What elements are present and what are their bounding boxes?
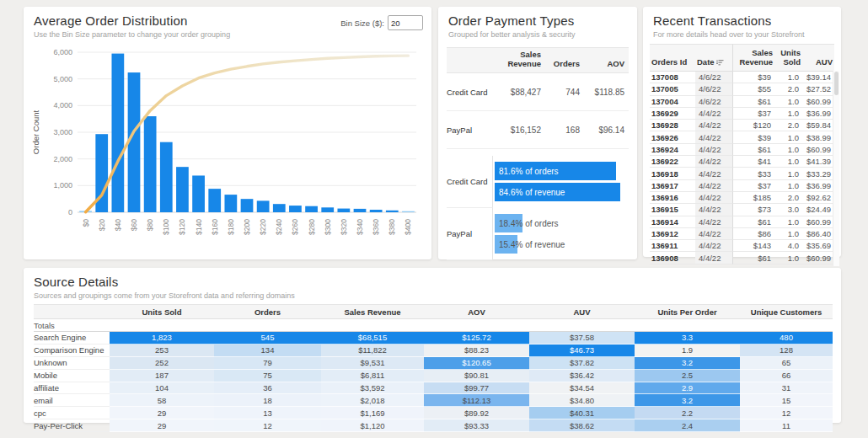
cell-date[interactable]: 4/4/22 — [695, 144, 732, 156]
cell-units-sold[interactable]: 1.0 — [774, 96, 802, 108]
source-heatmap-cell[interactable]: $125.72 — [424, 332, 529, 345]
source-heatmap-cell[interactable]: 79 — [214, 357, 321, 370]
cell-auv[interactable]: $36.99 — [802, 108, 834, 120]
source-heatmap-cell[interactable]: $68,515 — [321, 332, 424, 345]
source-heatmap-cell[interactable]: 2.4 — [635, 419, 740, 432]
cell-auv[interactable]: $60.99 — [802, 96, 834, 108]
cell-sales-revenue[interactable]: $61 — [732, 96, 774, 108]
source-heatmap-cell[interactable]: 104 — [110, 382, 214, 395]
cell-auv[interactable]: $60.99 — [802, 144, 834, 156]
source-heatmap-cell[interactable]: 1,823 — [110, 332, 214, 345]
cell-sales-revenue[interactable]: $61 — [732, 144, 774, 156]
cell-orders-id[interactable]: 136911 — [650, 240, 695, 252]
cell-orders-id[interactable]: 136929 — [650, 108, 695, 120]
source-heatmap-cell[interactable]: $120.65 — [424, 357, 529, 370]
cell-auv[interactable]: $60.99 — [802, 216, 834, 228]
cell-units-sold[interactable]: 2.0 — [774, 120, 802, 131]
cell-auv[interactable]: $86.40 — [802, 228, 834, 240]
cell-auv[interactable]: $41.39 — [802, 156, 834, 168]
source-heatmap-cell[interactable]: $1,120 — [321, 419, 424, 432]
cell-orders-id[interactable]: 136924 — [650, 144, 695, 156]
source-heatmap-cell[interactable]: $9,531 — [321, 357, 424, 370]
source-heatmap-cell[interactable]: 1.9 — [635, 345, 740, 357]
cell-auv[interactable]: $24.49 — [802, 204, 834, 216]
cell-date[interactable]: 4/4/22 — [695, 120, 732, 131]
source-heatmap-cell[interactable]: 12 — [214, 419, 321, 432]
source-heatmap-cell[interactable]: 3.2 — [635, 357, 740, 370]
cell-date[interactable]: 4/4/22 — [695, 240, 732, 252]
column-header-date[interactable]: Date — [695, 44, 732, 72]
cell-units-sold[interactable]: 4.0 — [774, 240, 802, 252]
cell-date[interactable]: 4/4/22 — [695, 108, 732, 120]
source-heatmap-cell[interactable]: 2.2 — [635, 407, 740, 419]
cell-date[interactable]: 4/6/22 — [695, 96, 732, 108]
source-heatmap-cell[interactable]: $6,811 — [321, 370, 424, 382]
cell-units-sold[interactable]: 1.0 — [774, 156, 802, 168]
cell-units-sold[interactable]: 1.0 — [774, 228, 802, 240]
cell-sales-revenue[interactable]: $41 — [732, 156, 774, 168]
cell-auv[interactable]: $38.99 — [802, 131, 834, 143]
cell-date[interactable]: 4/4/22 — [695, 131, 732, 143]
cell-units-sold[interactable]: 1.0 — [774, 180, 802, 192]
cell-date[interactable]: 4/4/22 — [695, 252, 732, 264]
source-heatmap-cell[interactable]: 545 — [214, 332, 321, 345]
cell-date[interactable]: 4/4/22 — [695, 156, 732, 168]
source-heatmap-cell[interactable]: $46.73 — [529, 345, 635, 357]
cell-units-sold[interactable]: 1.0 — [774, 131, 802, 143]
cell-date[interactable]: 4/4/22 — [695, 228, 732, 240]
source-heatmap-cell[interactable]: 252 — [110, 357, 214, 370]
cell-sales-revenue[interactable]: $37 — [732, 108, 774, 120]
cell-auv[interactable]: $92.62 — [802, 192, 834, 204]
source-heatmap-cell[interactable]: $90.81 — [424, 370, 529, 382]
source-heatmap-cell[interactable]: 2.9 — [635, 382, 740, 395]
cell-units-sold[interactable]: 1.0 — [774, 72, 802, 83]
source-heatmap-cell[interactable]: $93.33 — [424, 419, 529, 432]
cell-sales-revenue[interactable]: $143 — [732, 240, 774, 252]
source-heatmap-cell[interactable]: $2,018 — [321, 394, 424, 407]
cell-auv[interactable]: $27.52 — [802, 83, 834, 95]
source-heatmap-cell[interactable]: 29 — [110, 407, 214, 419]
cell-orders-id[interactable]: 137008 — [650, 72, 695, 83]
cell-orders-id[interactable]: 136916 — [650, 192, 695, 204]
cell-sales-revenue[interactable]: $39 — [732, 131, 774, 143]
cell-units-sold[interactable]: 1.0 — [774, 252, 802, 264]
cell-date[interactable]: 4/4/22 — [695, 168, 732, 179]
source-heatmap-cell[interactable]: 480 — [740, 332, 833, 345]
source-heatmap-cell[interactable]: 11 — [740, 419, 833, 432]
cell-auv[interactable]: $60.99 — [802, 252, 834, 264]
source-heatmap-cell[interactable]: 3.2 — [635, 394, 740, 407]
source-heatmap-cell[interactable]: $11,822 — [321, 345, 424, 357]
cell-auv[interactable]: $39.14 — [802, 72, 834, 83]
cell-orders-id[interactable]: 136922 — [650, 156, 695, 168]
source-heatmap-cell[interactable]: $1,169 — [321, 407, 424, 419]
scrollbar-thumb[interactable] — [834, 72, 839, 95]
source-heatmap-cell[interactable]: 65 — [740, 357, 833, 370]
cell-orders-id[interactable]: 136915 — [650, 204, 695, 216]
cell-orders-id[interactable]: 136918 — [650, 168, 695, 179]
source-heatmap-cell[interactable]: 31 — [740, 382, 833, 395]
cell-date[interactable]: 4/4/22 — [695, 216, 732, 228]
cell-sales-revenue[interactable]: $55 — [732, 83, 774, 95]
source-heatmap-cell[interactable]: $88.23 — [424, 345, 529, 357]
source-heatmap-cell[interactable]: 134 — [214, 345, 321, 357]
cell-auv[interactable]: $35.69 — [802, 240, 834, 252]
source-heatmap-cell[interactable]: 128 — [740, 345, 833, 357]
source-heatmap-cell[interactable]: $38.62 — [529, 419, 635, 432]
source-heatmap-cell[interactable]: 253 — [110, 345, 214, 357]
cell-sales-revenue[interactable]: $86 — [732, 228, 774, 240]
source-heatmap-cell[interactable]: 18 — [214, 394, 321, 407]
cell-units-sold[interactable]: 1.0 — [774, 216, 802, 228]
cell-units-sold[interactable]: 2.0 — [774, 83, 802, 95]
cell-date[interactable]: 4/6/22 — [695, 83, 732, 95]
cell-sales-revenue[interactable]: $185 — [732, 192, 774, 204]
cell-sales-revenue[interactable]: $61 — [732, 252, 774, 264]
cell-orders-id[interactable]: 136926 — [650, 131, 695, 143]
cell-auv[interactable]: $59.84 — [802, 120, 834, 131]
cell-date[interactable]: 4/4/22 — [695, 204, 732, 216]
cell-units-sold[interactable]: 1.0 — [774, 168, 802, 179]
cell-sales-revenue[interactable]: $120 — [732, 120, 774, 131]
source-heatmap-cell[interactable]: 3.3 — [635, 332, 740, 345]
cell-date[interactable]: 4/6/22 — [695, 72, 732, 83]
cell-sales-revenue[interactable]: $37 — [732, 180, 774, 192]
source-heatmap-cell[interactable]: 187 — [110, 370, 214, 382]
